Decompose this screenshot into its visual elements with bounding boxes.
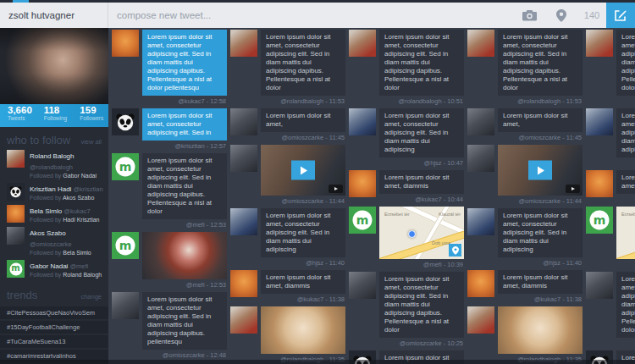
- avatar-hjsz[interactable]: [349, 108, 376, 135]
- avatar-krisztian[interactable]: [7, 183, 25, 201]
- profile-photo[interactable]: [0, 28, 108, 104]
- avatar-rolandbalogh[interactable]: [230, 30, 257, 57]
- tweet-card[interactable]: m@mefi - 12:53: [112, 232, 227, 289]
- tweet-body: Lorem ipsum dolor sit amet, consectetur …: [498, 208, 583, 267]
- tweet-media-redhead[interactable]: [142, 232, 227, 279]
- tweet-card[interactable]: @rolandbalogh - 11:35: [467, 306, 583, 363]
- avatar-omioszcarke[interactable]: [467, 108, 494, 135]
- tweet-card[interactable]: @omioszcarke - 11:44: [467, 145, 583, 205]
- avatar-omioszcarke[interactable]: [112, 292, 139, 319]
- avatar-kukac7[interactable]: [230, 270, 257, 297]
- avatar-rolandbalogh[interactable]: [467, 30, 494, 57]
- tweet-card[interactable]: Lorem ipsum dolor sit amet, diammis@kuka…: [586, 170, 635, 203]
- trend-item[interactable]: #15DayFootballChallenge: [0, 321, 108, 334]
- tweet-card[interactable]: @rolandbalogh - 11:35: [230, 306, 345, 363]
- tweet-card[interactable]: Lorem ipsum dolor sit amet, consectetur …: [586, 108, 635, 167]
- tweet-body: @omioszcarke - 11:44: [498, 145, 583, 205]
- tweet-card[interactable]: Lorem ipsum dolor sit amet, diammis@kuka…: [467, 270, 583, 303]
- stat-following[interactable]: 118 Following: [36, 104, 73, 127]
- tweet-card[interactable]: Lorem ipsum dolor sit amet, consectetur …: [349, 272, 464, 347]
- mefi-logo-icon: m: [352, 210, 372, 229]
- avatar-kukac7[interactable]: [7, 205, 25, 223]
- avatar-omioszcarke[interactable]: [586, 272, 613, 299]
- avatar-rolandbalogh[interactable]: [467, 306, 494, 334]
- tweet-card[interactable]: mErzsébet térDob utcaKlauzál tér@mefi - …: [586, 207, 635, 268]
- tweet-card[interactable]: @omioszcarke - 11:44: [230, 145, 345, 205]
- avatar-mefi[interactable]: m: [7, 260, 25, 278]
- follow-handle: @mefi: [68, 262, 88, 270]
- avatar-rolandbalogh[interactable]: [349, 30, 376, 57]
- avatar-hjsz[interactable]: [586, 108, 613, 135]
- tweet-card[interactable]: Lorem ipsum dolor sit amet, consectetur …: [230, 208, 345, 267]
- follow-handle: @krisztian: [71, 185, 102, 193]
- stat-tweets[interactable]: 3,660 Tweets: [0, 104, 36, 127]
- avatar-rolandbalogh[interactable]: [230, 306, 257, 334]
- tweet-card[interactable]: Lorem ipsum dolor sit amet, diammis@kuka…: [230, 270, 345, 303]
- send-tweet-button[interactable]: [606, 3, 635, 28]
- avatar-kukac7[interactable]: [349, 170, 376, 197]
- avatar-hjsz[interactable]: [467, 208, 494, 235]
- tweet-body: Lorem ipsum dolor sit amet, diammis@kuka…: [616, 170, 635, 203]
- current-user-name[interactable]: zsolt hutvagner: [0, 3, 108, 28]
- trend-item[interactable]: #TuCaraMeSuena13: [0, 335, 108, 348]
- followed-by-name: Akos Szabo: [63, 195, 94, 201]
- followed-by-line: Followed by Bela Simlo: [30, 249, 108, 257]
- avatar-rolandbalogh[interactable]: [586, 30, 613, 57]
- add-location-button[interactable]: [545, 3, 577, 28]
- avatar-rolandbalogh[interactable]: [7, 150, 25, 168]
- tweet-media-map[interactable]: Erzsébet térDob utcaKlauzál tér: [379, 207, 464, 259]
- play-button[interactable]: [528, 161, 552, 180]
- tweet-media-video[interactable]: [261, 145, 345, 196]
- attach-photo-button[interactable]: [513, 3, 545, 28]
- tweet-card[interactable]: Lorem ipsum dolor sit amet,@omioszcarke …: [230, 108, 345, 141]
- tweet-card[interactable]: Lorem ipsum dolor sit amet, consectetur …: [112, 292, 227, 359]
- tweet-media-map[interactable]: Erzsébet térDob utcaKlauzál tér: [616, 207, 635, 259]
- play-button[interactable]: [291, 161, 315, 180]
- tweet-card[interactable]: Lorem ipsum dolor sit amet, consectetur …: [467, 208, 583, 267]
- who-to-follow-list: Roland Balogh @rolandbaloghFollowed by G…: [0, 150, 108, 279]
- tweet-card[interactable]: Lorem ipsum dolor sit amet, consectetur …: [112, 108, 227, 150]
- follow-suggestion[interactable]: Akos Szabo @omioszcarkeFollowed by Bela …: [7, 227, 108, 257]
- trend-item[interactable]: #CitePessoasQueNaoVivoSem: [0, 306, 108, 319]
- avatar-hjsz[interactable]: [230, 208, 257, 235]
- avatar-mefi[interactable]: m: [112, 232, 139, 259]
- tweet-meta: @kukac7 - 10:44: [616, 194, 635, 203]
- follow-suggestion[interactable]: mGabor Nadai @mefiFollowed by Roland Bal…: [7, 260, 108, 279]
- tweet-card[interactable]: Lorem ipsum dolor sit amet, consectetur …: [467, 30, 583, 105]
- change-link[interactable]: change: [80, 293, 102, 301]
- compose-tweet-input[interactable]: compose new tweet...: [108, 10, 513, 20]
- avatar-omioszcarke[interactable]: [349, 272, 376, 299]
- tweet-media-blonde[interactable]: [498, 306, 583, 354]
- avatar-omioszcarke[interactable]: [230, 145, 257, 172]
- tweet-card[interactable]: Lorem ipsum dolor sit amet, consectetur …: [349, 108, 464, 167]
- tweet-card[interactable]: mLorem ipsum dolor sit amet, consectetur…: [112, 153, 227, 229]
- stat-followers[interactable]: 159 Followers: [72, 104, 108, 127]
- tweet-media-video[interactable]: [498, 145, 583, 196]
- avatar-kukac7[interactable]: [112, 30, 139, 57]
- tweet-card[interactable]: Lorem ipsum dolor sit amet, consectetur …: [112, 30, 227, 105]
- avatar-mefi[interactable]: m: [349, 207, 376, 234]
- avatar-omioszcarke[interactable]: [230, 108, 257, 135]
- avatar-kukac7[interactable]: [467, 270, 494, 297]
- view-all-link[interactable]: view all: [80, 138, 102, 146]
- tweet-media-blonde[interactable]: [261, 306, 345, 354]
- map-pin-button[interactable]: [449, 244, 461, 256]
- tweet-card[interactable]: Lorem ipsum dolor sit amet, consectetur …: [586, 30, 635, 105]
- avatar-mefi[interactable]: m: [586, 207, 613, 234]
- tweet-card[interactable]: Lorem ipsum dolor sit amet,@omioszcarke …: [467, 108, 583, 141]
- avatar-kukac7[interactable]: [586, 170, 613, 197]
- avatar-mefi[interactable]: m: [112, 153, 139, 180]
- follow-suggestion[interactable]: Roland Balogh @rolandbaloghFollowed by G…: [7, 150, 108, 180]
- tweet-card[interactable]: Lorem ipsum dolor sit amet, diammis@kuka…: [349, 170, 464, 203]
- tweet-card[interactable]: Lorem ipsum dolor sit amet, consectetur …: [586, 272, 635, 347]
- tweet-card[interactable]: Lorem ipsum dolor sit amet, consectetur …: [349, 30, 464, 105]
- tweet-card[interactable]: mErzsébet térDob utcaKlauzál tér@mefi - …: [349, 207, 464, 268]
- avatar-omioszcarke[interactable]: [7, 227, 25, 245]
- follow-suggestion[interactable]: Krisztian Hadi @krisztianFollowed by Ako…: [7, 183, 108, 202]
- tweet-card[interactable]: Lorem ipsum dolor sit amet, consectetur …: [230, 30, 345, 105]
- avatar-krisztian[interactable]: [112, 108, 139, 135]
- tweet-meta: @omioszcarke - 11:44: [498, 196, 583, 205]
- avatar-omioszcarke[interactable]: [467, 145, 494, 172]
- follow-suggestion[interactable]: Bela Simlo @kukac7Followed by Hadi Krisz…: [7, 205, 108, 224]
- trends-header: trends change: [0, 282, 108, 305]
